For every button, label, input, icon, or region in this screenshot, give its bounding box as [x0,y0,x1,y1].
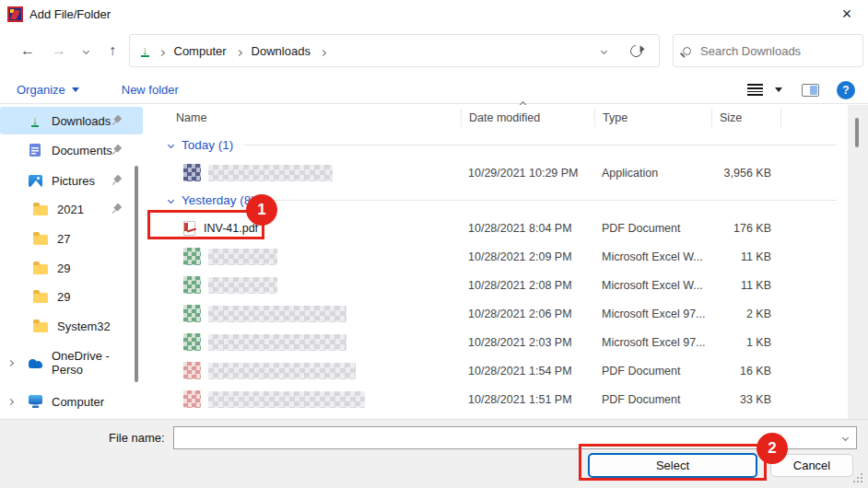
file-size: 33 KB [711,393,780,406]
file-size: 11 KB [711,279,780,292]
sidebar-scrollbar[interactable] [135,166,138,382]
main-area: ↓ Downloads Documents Pictures 2021 [0,105,868,419]
sidebar-item-system32[interactable]: System32 [0,312,143,340]
group-divider [244,145,837,145]
expand-chevron-icon[interactable] [7,398,14,404]
sidebar-item-29b[interactable]: 29 [0,283,143,310]
window-title: Add File/Folder [29,7,111,21]
downloads-location-icon: ↓ [141,45,149,57]
file-row[interactable]: 10/28/2021 2:03 PM Microsoft Excel 97...… [161,328,848,356]
search-input[interactable] [700,44,862,58]
file-list-scrollbar[interactable] [855,118,859,147]
excel-blurred-icon [183,248,201,265]
redacted-file-name [208,363,356,379]
file-list: Name Date modified Type Size Today (1) [161,105,848,419]
excel-blurred-icon [183,333,201,351]
view-dropdown-icon[interactable] [775,87,782,92]
navigation-sidebar: ↓ Downloads Documents Pictures 2021 [0,105,147,419]
sidebar-item-pictures[interactable]: Pictures [0,167,143,194]
column-headers: Name Date modified Type Size [161,105,848,131]
help-icon[interactable]: ? [837,81,855,99]
redacted-file-name [208,165,333,181]
sidebar-item-computer[interactable]: Computer [0,388,143,415]
combo-dropdown-icon[interactable] [842,435,849,441]
column-header-size[interactable]: Size [711,109,780,127]
details-view-icon[interactable] [747,84,763,96]
column-header-date-modified[interactable]: Date modified [461,109,594,127]
sidebar-item-label: System32 [57,320,111,333]
redacted-file-name [208,277,277,294]
file-type: Application [594,167,711,180]
computer-icon [28,394,42,409]
breadcrumb-computer[interactable]: Computer [174,44,227,58]
file-type: Microsoft Excel W... [594,250,711,263]
folder-icon [33,202,48,216]
sidebar-item-label: 29 [57,290,70,304]
chevron-down-icon [72,87,79,92]
new-folder-button[interactable]: New folder [122,83,179,97]
refresh-icon[interactable] [628,42,644,59]
folder-icon [33,261,48,275]
close-icon[interactable]: × [835,2,859,26]
file-type: Microsoft Excel W... [594,279,711,292]
pdf-blurred-icon [183,362,201,379]
file-row[interactable]: 10/28/2021 1:54 PM PDF Document 16 KB [161,356,848,385]
file-date: 10/28/2021 2:09 PM [461,250,594,263]
sidebar-item-29[interactable]: 29 [0,254,143,282]
sidebar-item-27[interactable]: 27 [0,225,143,252]
file-size: 176 KB [711,222,780,235]
file-type: Microsoft Excel 97... [594,308,711,320]
address-bar[interactable]: ↓ Computer Downloads [129,34,660,67]
forward-button[interactable]: → [43,37,75,64]
column-header-label: Date modified [469,111,540,124]
sidebar-item-downloads[interactable]: ↓ Downloads [0,107,143,134]
redacted-file-name [208,249,277,265]
group-divider [266,200,837,201]
address-dropdown-icon[interactable] [601,47,607,53]
file-row[interactable]: 10/28/2021 2:08 PM Microsoft Excel W... … [161,271,848,299]
file-size: 11 KB [711,250,780,263]
expand-chevron-icon[interactable] [7,359,14,366]
file-date: 10/28/2021 1:54 PM [461,365,594,378]
file-row[interactable]: 10/28/2021 2:06 PM Microsoft Excel 97...… [161,299,848,328]
sidebar-item-label: 29 [57,261,70,275]
file-row[interactable]: 10/29/2021 10:29 PM Application 3,956 KB [161,158,848,187]
sidebar-item-label: OneDrive - Perso [52,349,143,377]
back-button[interactable]: ← [12,37,43,64]
file-size: 2 KB [711,308,780,320]
sidebar-item-onedrive[interactable]: OneDrive - Perso [0,349,143,377]
collapse-chevron-icon [168,197,174,203]
sidebar-item-2021[interactable]: 2021 [0,195,143,223]
up-button[interactable]: ↑ [97,37,128,64]
group-header-today[interactable]: Today (1) [161,131,848,158]
breadcrumb-downloads[interactable]: Downloads [252,44,311,58]
file-name-label: File name: [109,431,165,445]
file-type: PDF Document [594,365,711,378]
column-header-type[interactable]: Type [594,109,711,127]
group-label: Yesterday (8) [182,193,255,207]
command-toolbar: Organize New folder ? [0,76,868,104]
resize-grip[interactable] [861,481,862,482]
organize-menu[interactable]: Organize [17,83,79,97]
search-box[interactable] [673,34,863,67]
file-row[interactable]: 10/28/2021 1:51 PM PDF Document 33 KB [161,385,848,413]
preview-pane-icon[interactable] [802,84,819,97]
file-date: 10/28/2021 8:04 PM [461,222,594,235]
recent-locations-button[interactable] [75,37,97,64]
new-folder-label: New folder [122,83,179,97]
column-header-extra[interactable] [780,109,848,127]
file-type: Microsoft Excel 97... [594,336,711,349]
file-type: PDF Document [594,222,711,235]
annotation-badge-step1: 1 [246,194,277,226]
sidebar-item-label: Downloads [52,114,111,128]
breadcrumb-separator-icon [158,49,164,55]
file-size: 16 KB [711,365,780,378]
file-date: 10/29/2021 10:29 PM [461,167,594,180]
sidebar-item-label: 2021 [57,203,84,216]
sidebar-item-documents[interactable]: Documents [0,136,143,164]
file-date: 10/28/2021 1:51 PM [461,393,594,406]
column-header-name[interactable]: Name [161,109,461,127]
sidebar-item-label: Pictures [52,174,95,188]
file-row[interactable]: 10/28/2021 2:09 PM Microsoft Excel W... … [161,242,848,271]
sidebar-item-label: Computer [52,395,104,409]
